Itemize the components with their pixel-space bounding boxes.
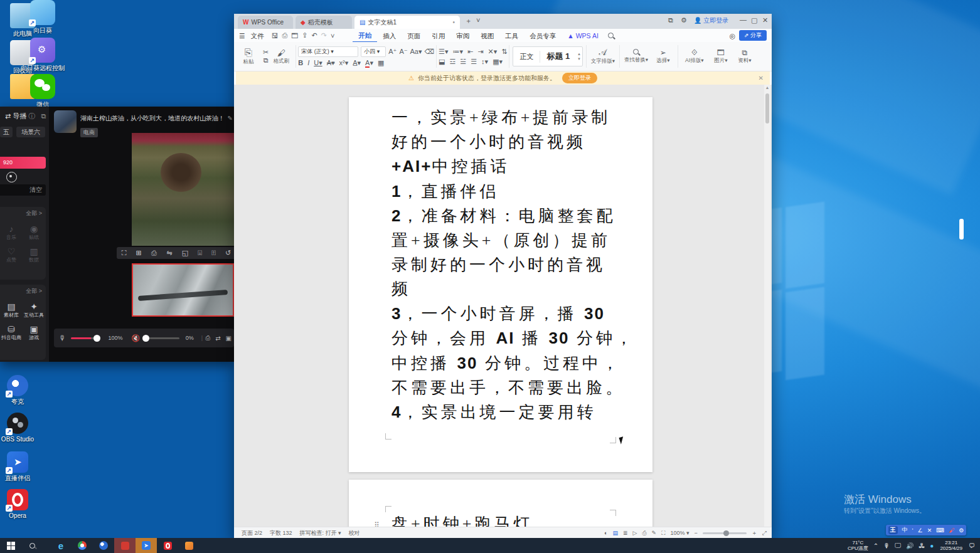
grow-font-icon[interactable]: A⁺ xyxy=(388,48,397,56)
speaker-volume-slider[interactable] xyxy=(144,337,179,339)
desktop-icon-quark[interactable]: ↗ 夸克 xyxy=(0,375,40,405)
camera-icon[interactable]: ⎙ xyxy=(205,334,210,342)
tray-expand-icon[interactable]: ⌃ xyxy=(873,542,878,549)
mic-volume-slider[interactable] xyxy=(71,337,100,339)
zoom-level[interactable]: 100% ▾ xyxy=(670,530,689,536)
desktop-icon-wechat[interactable]: 微信 xyxy=(20,74,65,108)
minimize-button[interactable]: — xyxy=(740,16,747,23)
font-name-select[interactable]: 宋体 (正文) ▾ xyxy=(298,46,358,57)
scroll-up-arrow[interactable]: ▲ xyxy=(764,85,770,91)
paste-button[interactable]: ⎘ 粘贴 xyxy=(234,42,263,71)
export-icon[interactable]: ⇪ xyxy=(302,31,307,40)
select-button[interactable]: ➢ 选择▾ xyxy=(651,42,676,71)
switch-source-icon[interactable]: ⇄ xyxy=(215,335,220,342)
material-button[interactable]: ⧉ 资料▾ xyxy=(733,42,757,71)
underline-icon[interactable]: U▾ xyxy=(314,59,322,67)
font-color-icon[interactable]: A▾ xyxy=(365,59,373,67)
print-layout-icon[interactable]: ⎙ xyxy=(642,530,646,537)
undo-icon[interactable]: ↶ xyxy=(311,31,317,40)
superscript-icon[interactable]: x²▾ xyxy=(339,59,349,67)
zoom-slider-knob[interactable] xyxy=(723,530,729,536)
style-gallery-scroll[interactable]: ▴ ▾ xyxy=(576,51,582,61)
tray-volume-icon[interactable]: 🔊 xyxy=(906,542,913,549)
banner-close-icon[interactable]: ✕ xyxy=(759,75,764,82)
page-view-icon[interactable]: ▤ xyxy=(612,530,618,536)
banner-login-button[interactable]: 立即登录 xyxy=(562,73,597,83)
shading-icon[interactable]: ▦ xyxy=(378,59,384,67)
taskbar-edge[interactable]: e xyxy=(50,538,72,553)
desktop-icon-obs[interactable]: ↗ OBS Studio xyxy=(0,413,40,443)
edit-title-icon[interactable]: ✎ xyxy=(227,115,232,122)
document-page-2[interactable]: ⠿ 盘+时钟+跑马灯 xyxy=(349,480,652,527)
tool-music[interactable]: ♪ 音乐 xyxy=(0,223,23,241)
scene-video-top[interactable] xyxy=(132,133,234,246)
search-icon[interactable] xyxy=(608,33,614,38)
close-button[interactable]: ✕ xyxy=(762,16,768,24)
ime-keyboard-icon[interactable]: ⌨ xyxy=(936,527,944,534)
maximize-button[interactable]: ▢ xyxy=(751,16,757,24)
outdent-icon[interactable]: ⇤ xyxy=(467,48,473,56)
style-heading1[interactable]: 标题 1 xyxy=(540,50,576,63)
swap-icon[interactable]: ⇄ xyxy=(5,112,11,120)
menu-tab-insert[interactable]: 插入 xyxy=(377,29,402,42)
tool-like[interactable]: ♡ 点赞 xyxy=(0,246,23,263)
menu-tab-wps-ai[interactable]: ▲ WPS AI xyxy=(562,29,604,42)
style-scroll-down-icon[interactable]: ▾ xyxy=(578,56,580,61)
fullscreen-icon[interactable]: ⤢ xyxy=(762,530,767,537)
page1-text[interactable]: 一，实景+绿布+提前录制好的一个小时的音视频+AI+中控插话1，直播伴侣2，准备… xyxy=(391,106,625,425)
taskbar-browser[interactable] xyxy=(93,538,114,553)
paragraph-drag-handle[interactable]: ⠿ xyxy=(374,521,380,527)
zoom-out-icon[interactable]: − xyxy=(695,530,698,536)
menu-tab-home[interactable]: 开始 xyxy=(353,29,377,43)
settings-gear-icon[interactable]: ⚙ xyxy=(681,16,687,24)
document-page-1[interactable]: 一，实景+绿布+提前录制好的一个小时的音视频+AI+中控插话1，直播伴侣2，准备… xyxy=(349,97,652,472)
film-icon[interactable]: ▣ xyxy=(226,335,232,342)
bold-icon[interactable]: B xyxy=(298,59,303,66)
page2-text[interactable]: 盘+时钟+跑马灯 xyxy=(391,512,625,527)
speaker-muted-icon[interactable]: 🔇 xyxy=(132,334,141,342)
more-commands-icon[interactable]: ˅ xyxy=(331,32,334,40)
menu-file[interactable]: 文件 xyxy=(245,29,269,42)
align-h-icon[interactable]: ⍐ xyxy=(211,249,216,257)
cut-icon[interactable]: ✂ xyxy=(263,48,269,56)
highlight-icon[interactable]: A̲▾ xyxy=(353,59,361,67)
play-view-icon[interactable]: ▷ xyxy=(632,530,637,536)
menu-tab-reference[interactable]: 引用 xyxy=(426,29,450,42)
tool-game[interactable]: ▣ 游戏 xyxy=(23,324,45,341)
change-case-icon[interactable]: Aa▾ xyxy=(410,48,422,56)
taskbar-opera[interactable] xyxy=(157,538,178,553)
edit-mode-icon[interactable]: ✎ xyxy=(652,530,657,536)
scene-tab-5[interactable]: 五 xyxy=(0,127,13,137)
new-tab-button[interactable]: ＋ xyxy=(465,16,472,26)
taskbar-live-companion-active[interactable]: ➤ xyxy=(136,538,157,553)
tab-docer[interactable]: ◆ 稻壳模板 xyxy=(296,16,352,29)
copy-icon[interactable]: ⧉ xyxy=(263,56,269,65)
theme-icon[interactable]: ◐ xyxy=(604,530,607,536)
desktop-icon-opera[interactable]: ↗ Opera xyxy=(0,489,40,519)
tool-interactive[interactable]: ✦ 互动工具 xyxy=(23,301,45,319)
desktop-side-slider[interactable] xyxy=(959,219,964,240)
speaker-slider-knob[interactable] xyxy=(142,335,149,342)
align-center-icon[interactable]: ☲ xyxy=(449,58,455,66)
mic-slider-knob[interactable] xyxy=(93,335,100,342)
ime-mode-chinese[interactable]: 中 xyxy=(902,526,908,534)
proofread-button[interactable]: 校对 xyxy=(349,529,360,537)
login-entry[interactable]: 👤 立即登录 xyxy=(694,16,728,25)
italic-icon[interactable]: I xyxy=(307,59,309,66)
menu-tab-page[interactable]: 页面 xyxy=(402,29,426,42)
print-icon[interactable]: ⎙ xyxy=(282,31,287,40)
popout-icon[interactable]: ⧉ xyxy=(41,112,46,120)
tray-bluetooth-dot-icon[interactable]: ● xyxy=(930,542,934,549)
zoom-in-icon[interactable]: ＋ xyxy=(752,529,757,537)
ime-symbol-icon[interactable]: ✕ xyxy=(927,527,932,534)
style-normal[interactable]: 正文 xyxy=(513,51,540,63)
word-count[interactable]: 字数 132 xyxy=(270,529,292,537)
tool-material-library[interactable]: ▤ 素材库 xyxy=(0,301,23,319)
tab-wps-home[interactable]: W WPS Office xyxy=(238,16,293,29)
borders-icon[interactable]: ▦▾ xyxy=(493,58,503,66)
fit-icon[interactable]: ⊞ xyxy=(136,249,142,257)
align-v-icon[interactable]: ⍗ xyxy=(198,249,202,257)
align-left-icon[interactable]: ⬓ xyxy=(439,58,445,66)
bullet-list-icon[interactable]: ☰▾ xyxy=(439,48,448,56)
tab-document[interactable]: ▤ 文字文稿1 • xyxy=(354,16,460,29)
